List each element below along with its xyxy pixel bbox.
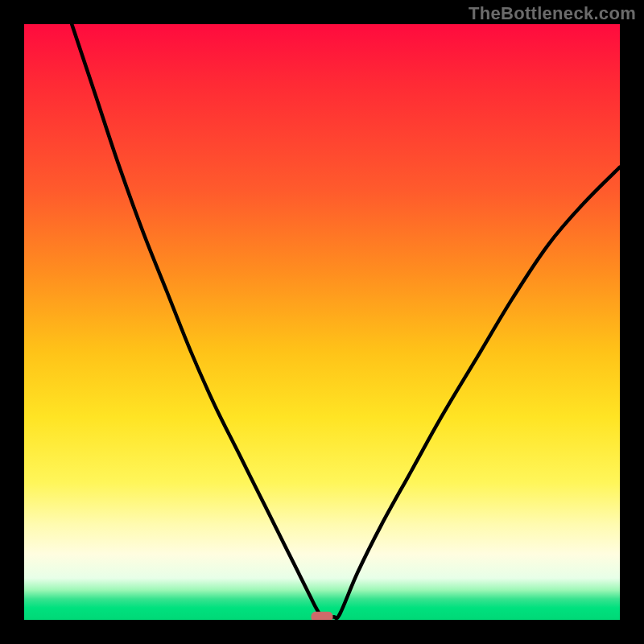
- plot-area: [24, 24, 620, 620]
- curve-svg: [24, 24, 620, 620]
- watermark-text: TheBottleneck.com: [469, 3, 636, 24]
- bottleneck-curve: [72, 24, 620, 618]
- optimum-marker: [312, 612, 332, 620]
- chart-frame: TheBottleneck.com: [0, 0, 644, 644]
